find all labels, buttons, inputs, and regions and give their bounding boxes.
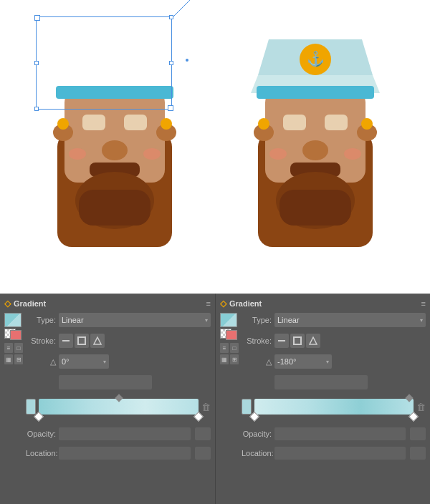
left-type-label: Type: [26,316,56,324]
left-reverse-row [26,375,211,389]
right-opacity-input[interactable] [274,427,406,440]
left-opacity-dropdown[interactable] [195,427,211,440]
right-gradient-panel: ◇ Gradient ≡ ≡ □ [215,294,430,504]
right-type-dropdown[interactable]: Linear ▾ [274,313,426,327]
svg-rect-8 [124,115,147,130]
left-opacity-input[interactable] [59,427,191,440]
extra-icon-row-2: ▦ ⊞ [4,354,23,364]
right-swatch-area: ≡ □ ▦ ⊞ [220,313,239,463]
svg-rect-12 [79,190,150,226]
gradient-swatch-top[interactable] [4,313,22,327]
svg-point-30 [302,140,328,160]
svg-point-16 [161,118,172,130]
right-location-row: Location: [242,447,426,460]
left-type-row: Type: Linear ▾ [26,313,211,327]
right-stroke-icon-3[interactable] [306,334,320,348]
right-icon-btn-3[interactable]: ▦ [220,354,229,364]
right-reverse-row [242,375,426,389]
svg-point-13 [69,148,86,160]
right-gradient-swatch-top[interactable] [220,313,237,327]
stroke-icon-1[interactable] [59,334,73,348]
icon-btn-1[interactable]: ≡ [4,343,13,353]
characters-section: ⚓ [0,0,430,294]
left-location-dropdown[interactable] [195,447,211,460]
left-gradient-bar-container[interactable] [39,399,199,415]
stroke-icon-3[interactable] [90,334,105,348]
right-type-arrow: ▾ [420,317,423,324]
right-stroke-icon-1[interactable] [274,334,289,348]
right-stroke-row: Stroke: [242,334,426,348]
svg-point-15 [57,118,69,130]
right-stroke-label: Stroke: [242,336,272,345]
left-panel-title: Gradient [14,299,46,308]
left-panel-header: ◇ Gradient ≡ [4,299,211,309]
right-opacity-label: Opacity: [242,430,272,438]
left-reverse-box[interactable] [59,375,152,389]
svg-rect-33 [280,190,351,226]
left-delete-btn[interactable]: 🗑 [201,402,211,412]
right-angle-row: △ -180° ▾ [242,354,426,369]
svg-rect-38 [62,340,70,341]
left-angle-box[interactable]: 0° ▾ [59,354,109,369]
right-delete-btn[interactable]: 🗑 [416,402,426,412]
right-angle-arrow: ▾ [326,359,329,365]
right-gradient-bar-container[interactable] [254,399,414,415]
left-swatch-area: ≡ □ ▦ ⊞ [4,313,23,463]
svg-point-35 [344,148,361,160]
left-type-dropdown[interactable]: Linear ▾ [59,313,211,327]
right-gradient-stop-left[interactable] [242,399,252,415]
stroke-icon-2[interactable] [75,334,89,348]
right-icon-btn-2[interactable]: □ [230,343,239,353]
right-location-dropdown[interactable] [410,447,426,460]
right-swatch-overlay-area [220,329,237,340]
right-panel-body: ≡ □ ▦ ⊞ Type: Linea [220,313,426,463]
right-reverse-box[interactable] [274,375,368,389]
svg-rect-39 [78,337,85,344]
svg-point-36 [258,118,269,130]
right-stroke-icons [274,334,320,348]
right-red-none-swatch[interactable] [226,330,237,340]
left-stroke-label: Stroke: [26,336,56,345]
svg-rect-3 [56,86,173,99]
right-panel-menu-icon[interactable]: ≡ [421,299,426,308]
panels-section: ◇ Gradient ≡ ≡ □ [0,294,430,504]
left-opacity-row: Opacity: [26,427,211,440]
right-icon-btn-1[interactable]: ≡ [220,343,229,353]
right-angle-symbol: △ [242,357,272,367]
right-extra-icon-row: ≡ □ [220,343,239,353]
left-gradient-bar-row: 🗑 [26,399,211,415]
right-panel-header: ◇ Gradient ≡ [220,299,426,309]
icon-btn-2[interactable]: □ [14,343,23,353]
left-panel-menu-icon[interactable]: ≡ [206,299,211,308]
icon-btn-4[interactable]: ⊞ [14,354,23,364]
right-extra-icon-row-2: ▦ ⊞ [220,354,239,364]
svg-rect-42 [294,337,301,344]
icon-btn-3[interactable]: ▦ [4,354,13,364]
right-panel-right-controls: Type: Linear ▾ Stroke: [242,313,426,463]
svg-point-34 [269,148,287,160]
left-panel-title-area: ◇ Gradient [4,299,46,309]
right-type-label: Type: [242,316,272,324]
red-none-swatch[interactable] [10,330,22,340]
svg-rect-28 [283,115,306,130]
svg-rect-22 [257,86,374,99]
right-opacity-dropdown[interactable] [410,427,426,440]
svg-marker-43 [310,337,317,344]
left-location-input[interactable] [59,447,191,460]
right-stroke-icon-2[interactable] [290,334,305,348]
right-extra-icon-group: ≡ □ ▦ ⊞ [220,343,239,364]
right-location-input[interactable] [274,447,406,460]
gradient-diamond-icon: ◇ [4,299,11,309]
right-character-svg: ⚓ [236,18,394,276]
left-type-value: Linear [62,316,84,324]
right-angle-box[interactable]: -180° ▾ [274,354,332,369]
left-gradient-panel: ◇ Gradient ≡ ≡ □ [0,294,215,504]
svg-point-14 [143,148,161,160]
left-location-label: Location: [26,449,56,457]
svg-line-17 [173,0,201,17]
left-angle-row: △ 0° ▾ [26,354,211,369]
extra-icon-row: ≡ □ [4,343,23,353]
left-gradient-stop-left[interactable] [26,399,36,415]
right-location-label: Location: [242,449,272,457]
right-icon-btn-4[interactable]: ⊞ [230,354,239,364]
